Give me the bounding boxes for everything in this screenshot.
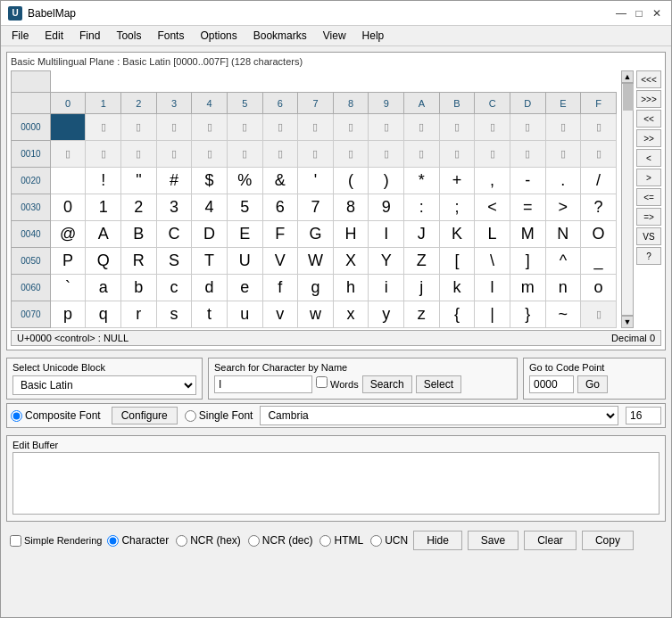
menu-item-edit[interactable]: Edit (37, 28, 71, 44)
copy-button[interactable]: Copy (582, 531, 634, 550)
table-cell[interactable]: H (333, 221, 369, 248)
table-cell[interactable]: Q (86, 248, 121, 275)
table-cell[interactable]: 6 (262, 194, 298, 221)
table-cell[interactable]: m (510, 275, 545, 301)
table-cell[interactable]: ▯ (545, 114, 581, 141)
simple-rendering-checkbox[interactable] (10, 535, 21, 547)
table-cell[interactable]: r (121, 301, 157, 328)
table-cell[interactable]: ▯ (192, 114, 228, 141)
table-cell[interactable]: { (439, 301, 475, 328)
table-cell[interactable]: ▯ (439, 114, 475, 141)
table-cell[interactable]: s (156, 301, 192, 328)
table-cell[interactable]: . (545, 168, 581, 194)
table-cell[interactable]: ~ (545, 301, 581, 328)
table-cell[interactable]: : (404, 194, 440, 221)
table-cell[interactable]: ▯ (475, 141, 510, 168)
table-cell[interactable]: ! (86, 168, 121, 194)
nav-prev-eq-btn[interactable]: <= (636, 188, 661, 206)
table-cell[interactable]: e (227, 275, 262, 301)
table-cell[interactable]: @ (50, 221, 86, 248)
html-radio[interactable] (319, 535, 331, 547)
table-cell[interactable]: x (333, 301, 369, 328)
table-cell[interactable]: 4 (192, 194, 228, 221)
table-cell[interactable]: ▯ (121, 141, 157, 168)
table-cell[interactable]: k (439, 275, 475, 301)
menu-item-file[interactable]: File (4, 28, 36, 44)
table-cell[interactable]: C (156, 221, 192, 248)
table-cell[interactable]: G (298, 221, 334, 248)
table-cell[interactable] (50, 168, 86, 194)
table-cell[interactable]: 5 (227, 194, 262, 221)
table-cell[interactable]: 0 (50, 194, 86, 221)
table-cell[interactable]: ? (581, 194, 617, 221)
search-input[interactable] (214, 375, 312, 393)
table-cell[interactable]: ' (298, 168, 334, 194)
table-cell[interactable]: \ (475, 248, 510, 275)
table-cell[interactable]: 3 (156, 194, 192, 221)
table-cell[interactable]: ( (333, 168, 369, 194)
table-cell[interactable]: R (121, 248, 157, 275)
table-cell[interactable]: t (192, 301, 228, 328)
edit-buffer-textarea[interactable] (12, 452, 660, 515)
table-cell[interactable]: [ (439, 248, 475, 275)
scrollbar-thumb[interactable] (623, 84, 634, 111)
table-cell[interactable]: ▯ (262, 114, 298, 141)
table-cell[interactable]: Z (404, 248, 440, 275)
table-cell[interactable]: c (156, 275, 192, 301)
words-checkbox[interactable] (316, 376, 328, 388)
ncr-dec-radio[interactable] (248, 535, 260, 547)
table-cell[interactable]: ▯ (192, 141, 228, 168)
table-cell[interactable]: d (192, 275, 228, 301)
scroll-up-btn[interactable]: ▲ (621, 70, 634, 83)
table-cell[interactable]: 2 (121, 194, 157, 221)
select-button[interactable]: Select (416, 375, 461, 393)
table-cell[interactable]: M (510, 221, 545, 248)
table-cell[interactable]: ▯ (298, 114, 334, 141)
menu-item-view[interactable]: View (316, 28, 353, 44)
table-cell[interactable]: y (369, 301, 404, 328)
save-button[interactable]: Save (468, 531, 519, 550)
table-cell[interactable]: , (475, 168, 510, 194)
nav-bottom-btn[interactable]: >>> (636, 90, 661, 108)
table-cell[interactable]: ▯ (369, 114, 404, 141)
table-cell[interactable]: ▯ (262, 141, 298, 168)
menu-item-bookmarks[interactable]: Bookmarks (246, 28, 314, 44)
minimize-button[interactable]: — (614, 6, 628, 21)
table-cell[interactable]: z (404, 301, 440, 328)
table-cell[interactable]: j (404, 275, 440, 301)
table-cell[interactable]: 1 (86, 194, 121, 221)
table-cell[interactable]: ▯ (510, 114, 545, 141)
table-cell[interactable]: h (333, 275, 369, 301)
table-cell[interactable]: ▯ (369, 141, 404, 168)
table-cell[interactable]: D (192, 221, 228, 248)
unicode-block-select[interactable]: Basic Latin Latin-1 Supplement Latin Ext… (12, 375, 196, 395)
table-cell[interactable]: W (298, 248, 334, 275)
ucn-radio[interactable] (370, 535, 382, 547)
table-cell[interactable]: K (439, 221, 475, 248)
maximize-button[interactable]: □ (632, 6, 646, 21)
table-cell[interactable]: p (50, 301, 86, 328)
table-cell[interactable]: u (227, 301, 262, 328)
code-point-input[interactable] (529, 375, 574, 393)
configure-button[interactable]: Configure (112, 407, 178, 424)
close-button[interactable]: ✕ (650, 6, 664, 21)
table-cell[interactable]: % (227, 168, 262, 194)
table-cell[interactable]: / (581, 168, 617, 194)
menu-item-help[interactable]: Help (355, 28, 392, 44)
table-cell[interactable]: J (404, 221, 440, 248)
nav-prev-char-btn[interactable]: < (636, 149, 661, 167)
table-cell[interactable]: i (369, 275, 404, 301)
table-cell[interactable]: ▯ (581, 141, 617, 168)
menu-item-tools[interactable]: Tools (109, 28, 148, 44)
table-cell[interactable]: ▯ (475, 114, 510, 141)
character-radio[interactable] (107, 535, 119, 547)
table-cell[interactable]: " (121, 168, 157, 194)
font-select[interactable]: Cambria Arial Times New Roman (260, 406, 618, 425)
table-cell[interactable]: ▯ (333, 141, 369, 168)
table-cell[interactable] (50, 114, 86, 141)
table-cell[interactable]: + (439, 168, 475, 194)
table-cell[interactable]: < (475, 194, 510, 221)
table-cell[interactable]: V (262, 248, 298, 275)
table-cell[interactable]: # (156, 168, 192, 194)
table-cell[interactable]: 8 (333, 194, 369, 221)
